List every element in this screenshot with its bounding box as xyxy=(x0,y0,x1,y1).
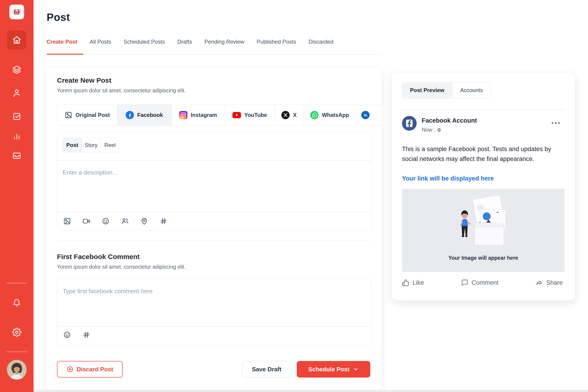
layers-icon xyxy=(12,65,21,74)
first-comment-subtitle: Yorem ipsum dolor sit amet, consectetur … xyxy=(57,264,186,270)
tab-pending-review[interactable]: Pending Review xyxy=(204,38,244,47)
thumbs-up-icon xyxy=(402,279,409,286)
whatsapp-icon xyxy=(310,111,318,119)
share-button[interactable]: Share xyxy=(536,279,563,286)
inbox-icon xyxy=(12,151,21,160)
person-figure xyxy=(460,210,471,237)
post-type-story[interactable]: Story xyxy=(82,138,100,152)
share-arrow-icon xyxy=(536,279,543,286)
platform-tab-youtube[interactable]: YouTube xyxy=(225,105,275,126)
avatar-photo xyxy=(7,360,27,380)
sidebar-item-analytics[interactable] xyxy=(0,132,34,141)
share-label: Share xyxy=(546,279,563,286)
action-buttons-row: Discard Post Save Draft Schedule Post xyxy=(47,361,382,378)
sidebar-item-notifications[interactable] xyxy=(0,298,34,307)
preview-link[interactable]: Your link will be displayed here xyxy=(402,175,494,182)
sidebar-item-approvals[interactable] xyxy=(0,112,34,121)
preview-tabs: Post Preview Accounts xyxy=(402,82,491,98)
preview-actions: Like Comment Share xyxy=(402,279,563,286)
first-comment-input[interactable] xyxy=(63,282,366,323)
sidebar-item-layers[interactable] xyxy=(0,65,34,74)
first-comment-heading: First Facebook Comment xyxy=(57,253,140,261)
platform-tab-original-post[interactable]: Original Post xyxy=(57,105,117,126)
tab-drafts[interactable]: Drafts xyxy=(177,38,192,47)
x-icon xyxy=(281,111,290,119)
sidebar-item-inbox[interactable] xyxy=(0,151,34,160)
sidebar-divider xyxy=(6,283,27,284)
image-placeholder: Your Image will appear here xyxy=(402,189,564,272)
account-name: Facebook Account xyxy=(422,117,477,124)
post-type-reel[interactable]: Reel xyxy=(100,138,120,152)
platform-label: Instagram xyxy=(191,112,217,118)
schedule-post-button[interactable]: Schedule Post xyxy=(297,361,370,378)
hashtag-icon[interactable] xyxy=(160,217,168,225)
gear-icon xyxy=(12,328,21,337)
platform-tab-linkedin[interactable]: in xyxy=(356,105,382,126)
instagram-icon xyxy=(179,111,188,119)
tab-all-posts[interactable]: All Posts xyxy=(90,38,111,47)
hashtag-icon[interactable] xyxy=(82,331,90,339)
like-button[interactable]: Like xyxy=(402,279,424,286)
globe-logo-icon xyxy=(11,6,22,18)
facebook-account-avatar xyxy=(402,116,417,131)
youtube-icon xyxy=(232,112,241,118)
create-post-subtitle: Yorem ipsum dolor sit amet, consectetur … xyxy=(57,88,186,94)
chevron-down-icon xyxy=(353,366,359,372)
comment-bubble-icon xyxy=(461,279,468,286)
platform-tab-whatsapp[interactable]: WhatsApp xyxy=(304,105,356,126)
page-bottom-strip xyxy=(34,390,588,392)
image-placeholder-illustration xyxy=(445,195,521,252)
tab-post-preview[interactable]: Post Preview xyxy=(402,82,452,98)
mention-users-icon[interactable] xyxy=(121,217,129,225)
location-icon[interactable] xyxy=(140,217,148,225)
discard-post-button[interactable]: Discard Post xyxy=(57,361,123,378)
compose-divider xyxy=(57,160,371,161)
add-video-icon[interactable] xyxy=(82,217,90,225)
tab-create-post[interactable]: Create Post xyxy=(47,38,77,47)
user-avatar[interactable] xyxy=(7,360,27,380)
preview-divider xyxy=(402,110,564,110)
compose-box: Post Story Reel xyxy=(57,132,372,231)
bell-icon xyxy=(12,298,21,307)
schedule-post-label: Schedule Post xyxy=(308,366,349,373)
tab-accounts[interactable]: Accounts xyxy=(452,82,490,98)
save-draft-label: Save Draft xyxy=(252,366,282,373)
add-image-icon[interactable] xyxy=(63,217,71,225)
page-title: Post xyxy=(47,11,70,24)
app-logo[interactable] xyxy=(10,4,24,19)
save-draft-button[interactable]: Save Draft xyxy=(242,361,291,378)
platform-tabs: Original Post Facebook Instagram xyxy=(57,104,382,126)
emoji-icon[interactable] xyxy=(102,217,110,225)
platform-tab-instagram[interactable]: Instagram xyxy=(172,105,225,126)
comment-toolbar xyxy=(63,331,90,339)
description-input[interactable] xyxy=(63,164,366,210)
create-post-heading: Create New Post xyxy=(57,76,112,84)
like-label: Like xyxy=(412,279,424,286)
preview-body-text: This is a sample Facebook post. Tests an… xyxy=(402,144,560,164)
circled-x-icon xyxy=(66,366,74,373)
sidebar-item-home[interactable] xyxy=(7,30,26,50)
more-options-icon[interactable] xyxy=(552,122,560,124)
sidebar-item-settings[interactable] xyxy=(0,328,34,337)
post-meta: Now . xyxy=(422,127,442,133)
compose-divider xyxy=(57,212,371,212)
comment-button[interactable]: Comment xyxy=(461,279,498,286)
platform-tab-x[interactable]: X xyxy=(275,105,304,126)
platform-label: Facebook xyxy=(137,112,163,118)
post-type-switcher: Post Story Reel xyxy=(63,138,120,152)
sidebar-item-profile[interactable] xyxy=(0,88,34,98)
compose-toolbar xyxy=(63,217,168,225)
emoji-icon[interactable] xyxy=(63,331,71,339)
comment-divider xyxy=(57,326,371,327)
page: Post Create Post All Posts Scheduled Pos… xyxy=(0,0,588,392)
image-placeholder-caption: Your Image will appear here xyxy=(402,255,564,261)
comment-label: Comment xyxy=(472,279,498,286)
active-tab-indicator xyxy=(47,54,84,55)
user-icon xyxy=(12,88,21,98)
tab-published-posts[interactable]: Published Posts xyxy=(256,38,296,47)
tab-scheduled-posts[interactable]: Scheduled Posts xyxy=(124,38,165,47)
post-type-post[interactable]: Post xyxy=(63,138,82,152)
post-section-tabs: Create Post All Posts Scheduled Posts Dr… xyxy=(47,38,334,47)
tab-discarded[interactable]: Discarded xyxy=(308,38,333,47)
platform-tab-facebook[interactable]: Facebook xyxy=(117,105,172,126)
